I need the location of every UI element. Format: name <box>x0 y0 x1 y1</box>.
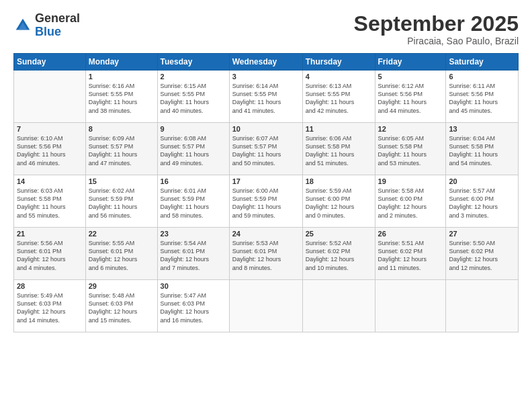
logo-general: General <box>35 12 80 26</box>
day-number: 2 <box>161 73 226 81</box>
day-number: 9 <box>161 125 226 133</box>
calendar-cell <box>375 280 446 332</box>
calendar-cell: 29Sunrise: 5:48 AM Sunset: 6:03 PM Dayli… <box>85 280 157 332</box>
day-number: 21 <box>17 230 83 238</box>
calendar-cell: 3Sunrise: 6:14 AM Sunset: 5:55 PM Daylig… <box>229 71 302 123</box>
cell-info: Sunrise: 5:57 AM Sunset: 6:00 PM Dayligh… <box>449 187 515 220</box>
calendar-week-row: 14Sunrise: 6:03 AM Sunset: 5:58 PM Dayli… <box>14 175 519 228</box>
day-number: 30 <box>161 282 226 290</box>
cell-info: Sunrise: 5:47 AM Sunset: 6:03 PM Dayligh… <box>161 291 226 324</box>
cell-info: Sunrise: 5:54 AM Sunset: 6:01 PM Dayligh… <box>161 239 226 272</box>
title-block: September 2025 Piracaia, Sao Paulo, Braz… <box>354 12 519 46</box>
cell-info: Sunrise: 6:15 AM Sunset: 5:55 PM Dayligh… <box>161 82 226 115</box>
cell-info: Sunrise: 6:16 AM Sunset: 5:55 PM Dayligh… <box>89 82 154 115</box>
calendar-cell <box>14 71 86 123</box>
calendar-cell: 17Sunrise: 6:00 AM Sunset: 5:59 PM Dayli… <box>229 175 302 228</box>
cell-info: Sunrise: 5:58 AM Sunset: 6:00 PM Dayligh… <box>378 187 443 220</box>
calendar-cell: 12Sunrise: 6:05 AM Sunset: 5:58 PM Dayli… <box>375 123 446 175</box>
cell-info: Sunrise: 5:53 AM Sunset: 6:01 PM Dayligh… <box>232 239 300 272</box>
calendar-cell: 4Sunrise: 6:13 AM Sunset: 5:55 PM Daylig… <box>302 71 375 123</box>
calendar-header-saturday: Saturday <box>446 54 519 71</box>
calendar-cell: 30Sunrise: 5:47 AM Sunset: 6:03 PM Dayli… <box>157 280 229 332</box>
day-number: 8 <box>89 125 154 133</box>
calendar-cell: 23Sunrise: 5:54 AM Sunset: 6:01 PM Dayli… <box>157 228 229 280</box>
calendar-cell: 19Sunrise: 5:58 AM Sunset: 6:00 PM Dayli… <box>375 175 446 228</box>
calendar-cell: 26Sunrise: 5:51 AM Sunset: 6:02 PM Dayli… <box>375 228 446 280</box>
calendar-cell <box>302 280 375 332</box>
day-number: 10 <box>232 125 300 133</box>
subtitle: Piracaia, Sao Paulo, Brazil <box>354 36 519 46</box>
cell-info: Sunrise: 6:14 AM Sunset: 5:55 PM Dayligh… <box>232 82 300 115</box>
calendar-cell: 6Sunrise: 6:11 AM Sunset: 5:56 PM Daylig… <box>446 71 519 123</box>
cell-info: Sunrise: 5:48 AM Sunset: 6:03 PM Dayligh… <box>89 291 154 324</box>
calendar-header-sunday: Sunday <box>14 54 86 71</box>
day-number: 23 <box>161 230 226 238</box>
cell-info: Sunrise: 6:08 AM Sunset: 5:57 PM Dayligh… <box>161 134 226 167</box>
day-number: 17 <box>232 177 300 185</box>
calendar-cell: 28Sunrise: 5:49 AM Sunset: 6:03 PM Dayli… <box>14 280 86 332</box>
logo-blue: Blue <box>35 26 80 39</box>
day-number: 13 <box>449 125 515 133</box>
calendar-cell: 2Sunrise: 6:15 AM Sunset: 5:55 PM Daylig… <box>157 71 229 123</box>
calendar-week-row: 21Sunrise: 5:56 AM Sunset: 6:01 PM Dayli… <box>14 228 519 280</box>
calendar-cell: 13Sunrise: 6:04 AM Sunset: 5:58 PM Dayli… <box>446 123 519 175</box>
cell-info: Sunrise: 6:06 AM Sunset: 5:58 PM Dayligh… <box>306 134 372 167</box>
logo-icon <box>13 16 32 35</box>
day-number: 5 <box>378 73 443 81</box>
calendar-cell: 14Sunrise: 6:03 AM Sunset: 5:58 PM Dayli… <box>14 175 86 228</box>
calendar-header-wednesday: Wednesday <box>229 54 302 71</box>
cell-info: Sunrise: 5:49 AM Sunset: 6:03 PM Dayligh… <box>17 291 83 324</box>
day-number: 22 <box>89 230 154 238</box>
calendar-cell: 5Sunrise: 6:12 AM Sunset: 5:56 PM Daylig… <box>375 71 446 123</box>
calendar-week-row: 28Sunrise: 5:49 AM Sunset: 6:03 PM Dayli… <box>14 280 519 332</box>
logo-text: General Blue <box>35 12 80 39</box>
cell-info: Sunrise: 6:12 AM Sunset: 5:56 PM Dayligh… <box>378 82 443 115</box>
day-number: 25 <box>306 230 372 238</box>
day-number: 3 <box>232 73 300 81</box>
cell-info: Sunrise: 6:00 AM Sunset: 5:59 PM Dayligh… <box>232 187 300 220</box>
cell-info: Sunrise: 5:52 AM Sunset: 6:02 PM Dayligh… <box>306 239 372 272</box>
day-number: 6 <box>449 73 515 81</box>
cell-info: Sunrise: 6:04 AM Sunset: 5:58 PM Dayligh… <box>449 134 515 167</box>
cell-info: Sunrise: 6:07 AM Sunset: 5:57 PM Dayligh… <box>232 134 300 167</box>
calendar-header-tuesday: Tuesday <box>157 54 229 71</box>
calendar-cell: 10Sunrise: 6:07 AM Sunset: 5:57 PM Dayli… <box>229 123 302 175</box>
day-number: 1 <box>89 73 154 81</box>
day-number: 12 <box>378 125 443 133</box>
day-number: 15 <box>89 177 154 185</box>
cell-info: Sunrise: 6:09 AM Sunset: 5:57 PM Dayligh… <box>89 134 154 167</box>
calendar-week-row: 1Sunrise: 6:16 AM Sunset: 5:55 PM Daylig… <box>14 71 519 123</box>
cell-info: Sunrise: 6:05 AM Sunset: 5:58 PM Dayligh… <box>378 134 443 167</box>
day-number: 11 <box>306 125 372 133</box>
calendar-week-row: 7Sunrise: 6:10 AM Sunset: 5:56 PM Daylig… <box>14 123 519 175</box>
day-number: 18 <box>306 177 372 185</box>
cell-info: Sunrise: 6:13 AM Sunset: 5:55 PM Dayligh… <box>306 82 372 115</box>
logo: General Blue <box>13 12 80 39</box>
day-number: 27 <box>449 230 515 238</box>
cell-info: Sunrise: 6:11 AM Sunset: 5:56 PM Dayligh… <box>449 82 515 115</box>
cell-info: Sunrise: 6:03 AM Sunset: 5:58 PM Dayligh… <box>17 187 83 220</box>
day-number: 7 <box>17 125 83 133</box>
day-number: 19 <box>378 177 443 185</box>
month-title: September 2025 <box>354 12 519 36</box>
calendar-header-thursday: Thursday <box>302 54 375 71</box>
calendar-header-monday: Monday <box>85 54 157 71</box>
cell-info: Sunrise: 6:10 AM Sunset: 5:56 PM Dayligh… <box>17 134 83 167</box>
calendar-cell: 27Sunrise: 5:50 AM Sunset: 6:02 PM Dayli… <box>446 228 519 280</box>
calendar-cell: 1Sunrise: 6:16 AM Sunset: 5:55 PM Daylig… <box>85 71 157 123</box>
calendar-cell: 11Sunrise: 6:06 AM Sunset: 5:58 PM Dayli… <box>302 123 375 175</box>
calendar-cell: 8Sunrise: 6:09 AM Sunset: 5:57 PM Daylig… <box>85 123 157 175</box>
cell-info: Sunrise: 6:01 AM Sunset: 5:59 PM Dayligh… <box>161 187 226 220</box>
cell-info: Sunrise: 5:59 AM Sunset: 6:00 PM Dayligh… <box>306 187 372 220</box>
day-number: 28 <box>17 282 83 290</box>
calendar-cell: 15Sunrise: 6:02 AM Sunset: 5:59 PM Dayli… <box>85 175 157 228</box>
cell-info: Sunrise: 5:56 AM Sunset: 6:01 PM Dayligh… <box>17 239 83 272</box>
calendar-table: SundayMondayTuesdayWednesdayThursdayFrid… <box>13 53 519 332</box>
day-number: 16 <box>161 177 226 185</box>
day-number: 14 <box>17 177 83 185</box>
cell-info: Sunrise: 5:51 AM Sunset: 6:02 PM Dayligh… <box>378 239 443 272</box>
calendar-cell <box>229 280 302 332</box>
calendar-cell: 9Sunrise: 6:08 AM Sunset: 5:57 PM Daylig… <box>157 123 229 175</box>
calendar-header-row: SundayMondayTuesdayWednesdayThursdayFrid… <box>14 54 519 71</box>
cell-info: Sunrise: 6:02 AM Sunset: 5:59 PM Dayligh… <box>89 187 154 220</box>
